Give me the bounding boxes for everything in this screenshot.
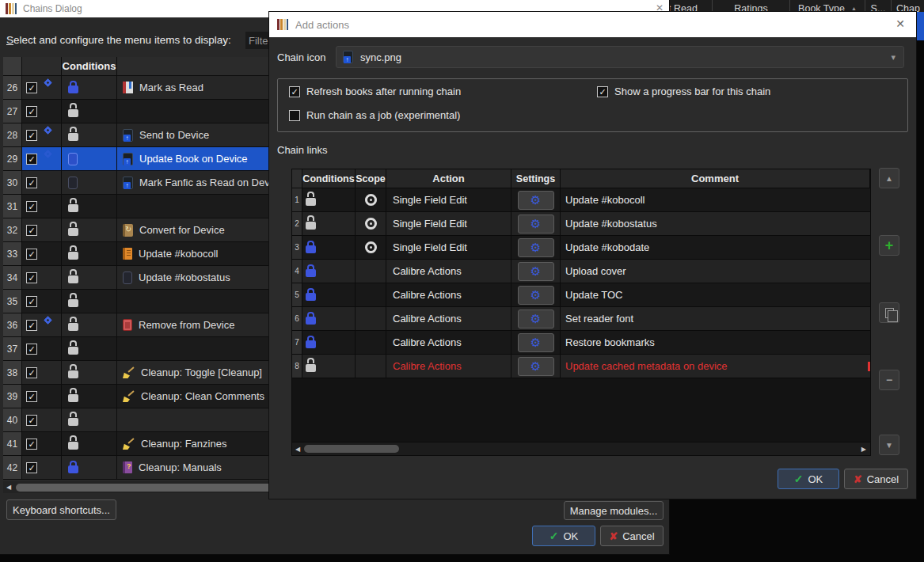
scrollbar-thumb[interactable] (304, 445, 399, 453)
enabled-checkbox[interactable]: ✓ (26, 415, 37, 426)
lock-closed-icon[interactable] (306, 293, 316, 301)
enabled-checkbox[interactable]: ✓ (26, 439, 37, 450)
lock-open-icon[interactable] (68, 228, 78, 236)
cancel-button[interactable]: ✘ Cancel (844, 469, 908, 489)
scope-icon[interactable] (365, 241, 377, 253)
enabled-checkbox[interactable]: ✓ (26, 367, 37, 378)
settings-button[interactable]: ⚙ (518, 333, 554, 352)
move-down-button[interactable]: ▼ (879, 435, 899, 455)
enabled-checkbox[interactable]: ✓ (26, 391, 37, 402)
lock-closed-icon[interactable] (306, 269, 316, 277)
row-number: 38 (3, 361, 22, 384)
enabled-checkbox[interactable]: ✓ (26, 154, 37, 165)
scroll-right-icon[interactable]: ▶ (861, 446, 866, 453)
column-header-conditions[interactable]: Conditions (302, 169, 356, 188)
run-as-job-option[interactable]: Run chain as a job (experimental) (289, 109, 460, 121)
ok-button[interactable]: ✓ OK (532, 526, 595, 546)
progress-bar-option[interactable]: ✓ Show a progress bar for this chain (597, 85, 770, 97)
lock-closed-icon[interactable] (306, 317, 316, 325)
enabled-checkbox[interactable]: ✓ (26, 201, 37, 212)
lock-open-icon[interactable] (68, 204, 78, 212)
lock-open-icon[interactable] (306, 364, 316, 372)
chain-link-row[interactable]: 2Single Field Edit⚙Update #kobostatus (292, 212, 870, 236)
horizontal-scrollbar[interactable]: ◀ ▶ (292, 442, 870, 455)
lock-open-icon[interactable] (68, 133, 78, 141)
enabled-checkbox[interactable]: ✓ (26, 130, 37, 141)
lock-open-icon[interactable] (68, 275, 78, 283)
add-link-button[interactable]: + (879, 235, 899, 256)
refresh-books-checkbox[interactable]: ✓ (289, 86, 300, 97)
lock-open-icon[interactable] (68, 347, 78, 355)
chain-link-row[interactable]: 7Calibre Actions⚙Restore bookmarks (292, 331, 870, 355)
refresh-books-option[interactable]: ✓ Refresh books after running chain (289, 85, 461, 97)
selected-cell-fragment (916, 12, 924, 40)
run-as-job-checkbox[interactable] (289, 110, 300, 121)
lock-open-icon[interactable] (68, 252, 78, 260)
comment-text: Update TOC (565, 289, 623, 301)
copy-link-button[interactable] (879, 302, 899, 323)
settings-button[interactable]: ⚙ (518, 262, 554, 281)
scope-icon[interactable] (365, 218, 377, 230)
enabled-checkbox[interactable]: ✓ (26, 320, 37, 331)
remove-link-button[interactable]: − (879, 370, 899, 390)
device-icon[interactable] (68, 177, 78, 189)
chain-link-row[interactable]: 1Single Field Edit⚙Update #kobocoll (292, 188, 870, 212)
settings-button[interactable]: ⚙ (518, 215, 554, 234)
enabled-checkbox[interactable]: ✓ (26, 82, 37, 93)
lock-closed-icon[interactable] (68, 85, 78, 93)
keyboard-shortcuts-button[interactable]: Keyboard shortcuts... (6, 499, 116, 520)
scroll-left-icon[interactable]: ◀ (295, 446, 300, 453)
enabled-checkbox[interactable]: ✓ (26, 462, 37, 473)
lock-closed-icon[interactable] (306, 340, 316, 348)
enabled-checkbox[interactable]: ✓ (26, 296, 37, 307)
lock-closed-icon[interactable] (306, 245, 316, 253)
enabled-checkbox[interactable]: ✓ (26, 177, 37, 188)
column-header-comment[interactable]: Comment (561, 169, 870, 188)
lock-open-icon[interactable] (306, 222, 316, 230)
move-up-button[interactable]: ▲ (879, 168, 899, 188)
comment-text: Restore bookmarks (565, 336, 655, 348)
lock-open-icon[interactable] (68, 299, 78, 307)
action-cell: Calibre Actions (386, 307, 511, 330)
chain-link-row[interactable]: 6Calibre Actions⚙Set reader font (292, 307, 870, 331)
column-header-scope[interactable]: Scope (356, 169, 386, 188)
lock-open-icon[interactable] (68, 109, 78, 117)
lock-open-icon[interactable] (68, 442, 78, 450)
enabled-checkbox[interactable]: ✓ (26, 344, 37, 355)
settings-button[interactable]: ⚙ (518, 238, 554, 257)
action-name: Calibre Actions (393, 336, 462, 348)
lock-open-icon[interactable] (68, 323, 78, 331)
settings-button[interactable]: ⚙ (518, 286, 554, 305)
menu-item-title: Update Book on Device (139, 153, 248, 165)
device-icon[interactable] (68, 153, 78, 165)
enabled-checkbox[interactable]: ✓ (26, 225, 37, 236)
chain-link-row[interactable]: 8Calibre Actions⚙Update cached metadata … (292, 355, 870, 378)
progress-bar-checkbox[interactable]: ✓ (597, 86, 608, 97)
ok-button[interactable]: ✓ OK (778, 469, 839, 489)
settings-button[interactable]: ⚙ (518, 309, 554, 328)
column-header-action[interactable]: Action (386, 169, 511, 188)
scope-icon[interactable] (365, 194, 377, 206)
conditions-cell (62, 123, 117, 146)
lock-open-icon[interactable] (306, 198, 316, 206)
chain-link-row[interactable]: 5Calibre Actions⚙Update TOC (292, 283, 870, 307)
chain-link-row[interactable]: 3Single Field Edit⚙Update #kobodate (292, 236, 870, 260)
scroll-left-icon[interactable]: ◀ (6, 484, 11, 491)
lock-open-icon[interactable] (68, 370, 78, 378)
cancel-button[interactable]: ✘ Cancel (600, 526, 664, 546)
settings-button[interactable]: ⚙ (518, 191, 554, 210)
enabled-checkbox[interactable]: ✓ (26, 249, 37, 260)
manage-modules-button[interactable]: Manage modules... (564, 501, 664, 520)
column-header-settings[interactable]: Settings (511, 169, 561, 188)
enabled-checkbox[interactable]: ✓ (26, 272, 37, 283)
column-header-conditions[interactable]: Conditions (62, 57, 117, 75)
row-number: 40 (3, 408, 22, 431)
chain-link-row[interactable]: 4Calibre Actions⚙Upload cover (292, 260, 870, 283)
close-icon[interactable]: ✕ (895, 17, 905, 30)
enabled-checkbox[interactable]: ✓ (26, 106, 37, 117)
lock-open-icon[interactable] (68, 418, 78, 426)
chain-icon-select[interactable]: sync.png ▾ (336, 46, 904, 68)
lock-open-icon[interactable] (68, 394, 78, 402)
lock-closed-icon[interactable] (68, 465, 78, 473)
settings-button[interactable]: ⚙ (518, 357, 554, 376)
